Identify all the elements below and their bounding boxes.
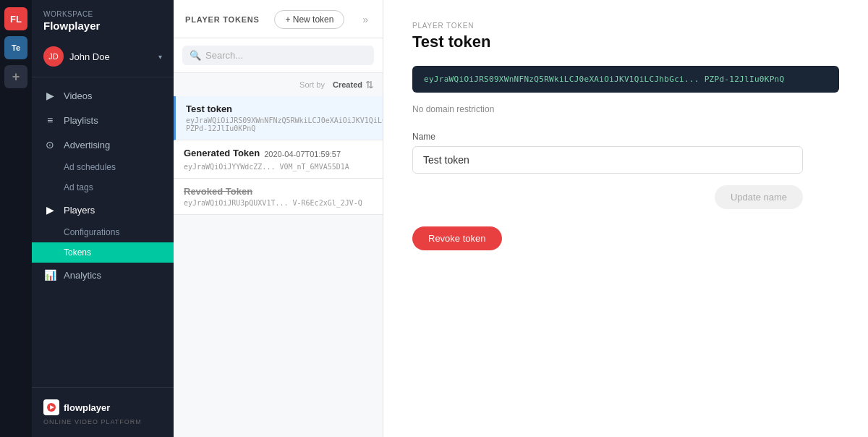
chevron-down-icon: ▾ (158, 53, 162, 61)
workspace-label: WORKSPACE (32, 0, 174, 20)
new-token-button[interactable]: + New token (274, 10, 344, 29)
sidebar-item-videos[interactable]: ▶ Videos (32, 83, 174, 108)
domain-restriction-label: No domain restriction (412, 104, 839, 114)
sidebar-item-players[interactable]: ▶ Players (32, 198, 174, 222)
sidebar-item-advertising-label: Advertising (64, 140, 110, 150)
flowplayer-logo: flowplayer (43, 399, 162, 415)
token-item-revoked[interactable]: Revoked Token eyJraWQiOiJRU3pQUXV1T... V… (174, 179, 383, 215)
sidebar-item-analytics[interactable]: 📊 Analytics (32, 263, 174, 287)
main-content: PLAYER TOKEN Test token eyJraWQiOiJRS09X… (383, 0, 868, 437)
sidebar-item-advertising[interactable]: ⊙ Advertising (32, 132, 174, 157)
sidebar-item-playlists[interactable]: ≡ Playlists (32, 108, 174, 132)
token-items: Test token eyJraWQiOiJRS09XWnNFNzQ5RWkiL… (174, 96, 383, 437)
sort-by-label: Sort by (299, 80, 325, 89)
token-item-key: eyJraWQiOiJYYWdcZZ... V0M_nT_6MVA55D1A (184, 163, 373, 171)
token-date: 2020-04-07T01:59:57 (264, 150, 341, 158)
actions-row: Update name (412, 185, 803, 209)
name-field-label: Name (412, 132, 839, 142)
token-item-name: Test token (186, 103, 373, 114)
sidebar-item-players-label: Players (64, 205, 95, 216)
update-name-button[interactable]: Update name (715, 185, 803, 209)
token-list-panel: PLAYER TOKENS + New token » 🔍 Sort by Cr… (174, 0, 383, 437)
token-detail-title: Test token (412, 33, 839, 51)
playlists-icon: ≡ (43, 114, 56, 126)
add-workspace-icon[interactable]: + (4, 65, 27, 88)
revoke-token-button[interactable]: Revoke token (412, 226, 502, 250)
sort-arrows-icon[interactable]: ⇅ (365, 79, 374, 90)
sidebar-item-playlists-label: Playlists (64, 115, 98, 126)
search-input-wrap: 🔍 (182, 46, 374, 65)
footer-sub-label: ONLINE VIDEO PLATFORM (43, 418, 162, 425)
token-name-input[interactable] (412, 146, 803, 174)
sort-bar: Sort by Created ⇅ (174, 73, 383, 96)
sidebar-item-videos-label: Videos (64, 90, 93, 101)
workspace-name: Flowplayer (32, 20, 174, 41)
panel-title: PLAYER TOKENS (185, 15, 260, 24)
token-item-name-revoked: Revoked Token (184, 186, 373, 197)
token-item-name: Generated Token (184, 148, 260, 158)
sidebar-item-tokens[interactable]: Tokens (32, 242, 174, 263)
token-item-key: eyJraWQiOiJRS09XWnNFNzQ5RWkiLCJ0eXAiOiJK… (186, 116, 373, 132)
token-item-key-revoked: eyJraWQiOiJRU3pQUXV1T... V-R6Ec2xGl_2JV-… (184, 199, 373, 207)
workspace-te-icon[interactable]: Te (4, 36, 27, 59)
token-item-generated[interactable]: Generated Token 2020-04-07T01:59:57 eyJr… (174, 140, 383, 179)
token-detail-label: PLAYER TOKEN (412, 22, 839, 30)
sort-value[interactable]: Created (333, 80, 362, 89)
sidebar-item-ad-tags[interactable]: Ad tags (32, 177, 174, 198)
token-item-meta: Generated Token 2020-04-07T01:59:57 (184, 148, 373, 161)
sidebar-footer: flowplayer ONLINE VIDEO PLATFORM (32, 387, 174, 437)
analytics-icon: 📊 (43, 269, 56, 281)
panel-header: PLAYER TOKENS + New token » (174, 0, 383, 38)
workspace-fl-icon[interactable]: FL (4, 7, 27, 30)
user-name: John Doe (69, 51, 153, 62)
advertising-icon: ⊙ (43, 139, 56, 150)
logo-icon (43, 399, 59, 415)
nav-section: ▶ Videos ≡ Playlists ⊙ Advertising Ad sc… (32, 77, 174, 293)
sidebar-main: WORKSPACE Flowplayer JD John Doe ▾ ▶ Vid… (32, 0, 174, 437)
token-key-block: eyJraWQiOiJRS09XWnNFNzQ5RWkiLCJ0eXAiOiJK… (412, 66, 839, 93)
search-box: 🔍 (174, 38, 383, 73)
avatar: JD (43, 46, 64, 67)
players-icon: ▶ (43, 204, 56, 216)
sidebar-icons-strip: FL Te + (0, 0, 32, 437)
search-icon: 🔍 (190, 50, 201, 61)
video-icon: ▶ (43, 90, 56, 101)
sidebar-item-analytics-label: Analytics (64, 270, 101, 281)
token-item-test[interactable]: Test token eyJraWQiOiJRS09XWnNFNzQ5RWkiL… (174, 96, 383, 140)
sidebar-item-configurations[interactable]: Configurations (32, 222, 174, 242)
search-input[interactable] (205, 50, 367, 61)
user-row[interactable]: JD John Doe ▾ (32, 41, 174, 77)
sidebar-item-ad-schedules[interactable]: Ad schedules (32, 157, 174, 177)
collapse-arrow-icon[interactable]: » (359, 14, 371, 25)
